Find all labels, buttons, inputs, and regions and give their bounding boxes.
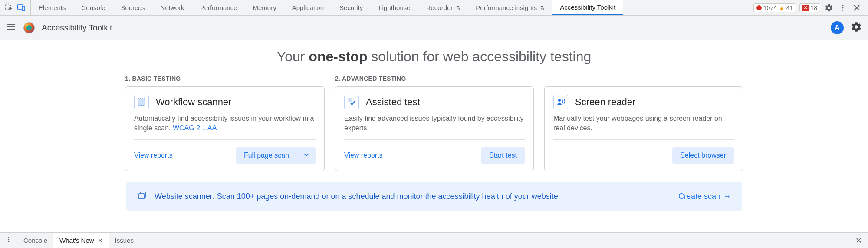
inspect-element-icon[interactable] xyxy=(4,3,14,13)
svg-rect-9 xyxy=(138,99,145,106)
card-desc: Automatically find accessibility issues … xyxy=(134,114,316,133)
view-reports-link[interactable]: View reports xyxy=(134,152,173,159)
drawer-tab-bar: Console What's New ✕ Issues ✕ xyxy=(0,232,868,248)
devtools-tab-bar: Elements Console Sources Network Perform… xyxy=(0,0,868,16)
pages-stack-icon xyxy=(137,190,148,203)
account-avatar[interactable]: A xyxy=(831,21,844,34)
banner-text: Website scanner: Scan 100+ pages on-dema… xyxy=(155,192,560,201)
svg-rect-10 xyxy=(348,98,352,102)
svg-rect-8 xyxy=(7,29,15,30)
tab-recorder[interactable]: Recorder⚗ xyxy=(418,0,468,15)
svg-point-16 xyxy=(8,241,10,242)
section-basic-label: 1. BASIC TESTING xyxy=(125,75,325,82)
tab-memory[interactable]: Memory xyxy=(245,0,284,15)
tab-console[interactable]: Console xyxy=(74,0,113,15)
card-screen-reader: Screen reader Manually test your webpage… xyxy=(544,86,743,171)
tab-application[interactable]: Application xyxy=(284,0,332,15)
svg-rect-13 xyxy=(139,194,144,199)
wcag-link[interactable]: WCAG 2.1 AA xyxy=(173,124,217,132)
arrow-right-icon: → xyxy=(723,192,731,201)
view-reports-link[interactable]: View reports xyxy=(344,152,383,159)
svg-point-14 xyxy=(8,237,10,238)
devtools-tabs: Elements Console Sources Network Perform… xyxy=(31,0,753,15)
device-toggle-icon[interactable] xyxy=(16,3,26,13)
tab-performance[interactable]: Performance xyxy=(192,0,245,15)
drawer-tab-whats-new[interactable]: What's New ✕ xyxy=(53,233,109,248)
select-browser-button[interactable]: Select browser xyxy=(672,147,734,164)
divider xyxy=(553,139,734,140)
close-tab-icon[interactable]: ✕ xyxy=(98,237,103,244)
svg-point-3 xyxy=(842,5,844,6)
panel-title: Accessibility Toolkit xyxy=(42,23,112,33)
issues-square-icon: ✕ xyxy=(802,5,809,11)
error-dot-icon xyxy=(756,5,762,10)
drawer-tab-issues[interactable]: Issues xyxy=(109,233,140,248)
issues-badge[interactable]: ✕ 18 xyxy=(799,3,820,12)
menu-icon[interactable] xyxy=(6,22,16,34)
warning-triangle-icon: ▲ xyxy=(779,4,785,11)
card-title: Assisted test xyxy=(366,96,420,108)
brand-logo-icon xyxy=(23,22,35,33)
tab-elements[interactable]: Elements xyxy=(31,0,74,15)
panel-header: Accessibility Toolkit A xyxy=(0,16,868,40)
tab-network[interactable]: Network xyxy=(153,0,192,15)
card-desc: Easily find advanced issues typically fo… xyxy=(344,114,525,133)
devtools-close-icon[interactable] xyxy=(852,3,862,13)
card-assisted-test: Assisted test Easily find advanced issue… xyxy=(335,86,534,171)
full-page-scan-button[interactable]: Full page scan xyxy=(236,147,297,164)
card-workflow-scanner: Workflow scanner Automatically find acce… xyxy=(125,86,325,171)
card-title: Screen reader xyxy=(575,96,635,108)
experiment-icon: ⚗ xyxy=(539,5,544,11)
tab-security[interactable]: Security xyxy=(332,0,371,15)
assisted-test-icon xyxy=(344,95,359,109)
divider xyxy=(344,139,525,140)
drawer-tab-console[interactable]: Console xyxy=(17,233,53,248)
scan-options-dropdown[interactable] xyxy=(297,147,316,164)
panel-settings-icon[interactable] xyxy=(851,21,862,34)
svg-point-4 xyxy=(842,7,844,8)
issues-count: 18 xyxy=(810,4,817,11)
devtools-more-icon[interactable] xyxy=(838,3,848,13)
website-scanner-banner: Website scanner: Scan 100+ pages on-dema… xyxy=(126,182,742,211)
warning-count: 41 xyxy=(786,4,793,11)
error-count: 1074 xyxy=(763,4,777,11)
svg-point-5 xyxy=(842,9,844,10)
divider xyxy=(134,139,316,140)
devtools-settings-icon[interactable] xyxy=(824,3,834,13)
create-scan-link[interactable]: Create scan → xyxy=(678,192,731,201)
drawer-close-icon[interactable]: ✕ xyxy=(849,236,868,245)
svg-rect-7 xyxy=(7,26,15,27)
start-test-button[interactable]: Start test xyxy=(481,147,525,164)
scanner-icon xyxy=(134,95,149,109)
experiment-icon: ⚗ xyxy=(455,5,460,11)
tab-performance-insights[interactable]: Performance insights⚗ xyxy=(468,0,552,15)
tab-accessibility-toolkit[interactable]: Accessibility Toolkit xyxy=(552,0,623,15)
tab-lighthouse[interactable]: Lighthouse xyxy=(371,0,418,15)
svg-rect-6 xyxy=(7,24,15,25)
hero-heading: Your one-stop solution for web accessibi… xyxy=(0,49,868,65)
full-page-scan-split-button: Full page scan xyxy=(236,147,316,164)
section-advanced-label: 2. ADVANCED TESTING xyxy=(335,75,743,82)
svg-point-15 xyxy=(8,239,10,241)
drawer-more-icon[interactable] xyxy=(0,236,17,245)
screen-reader-icon xyxy=(553,95,568,109)
chevron-down-icon xyxy=(303,152,309,158)
svg-point-11 xyxy=(558,99,561,102)
main-content: Your one-stop solution for web accessibi… xyxy=(0,40,868,211)
svg-rect-2 xyxy=(22,6,25,11)
card-desc: Manually test your webpages using a scre… xyxy=(553,114,734,133)
card-title: Workflow scanner xyxy=(156,96,231,108)
errors-warnings-badge[interactable]: 1074 ▲ 41 xyxy=(753,3,796,12)
tab-sources[interactable]: Sources xyxy=(113,0,153,15)
